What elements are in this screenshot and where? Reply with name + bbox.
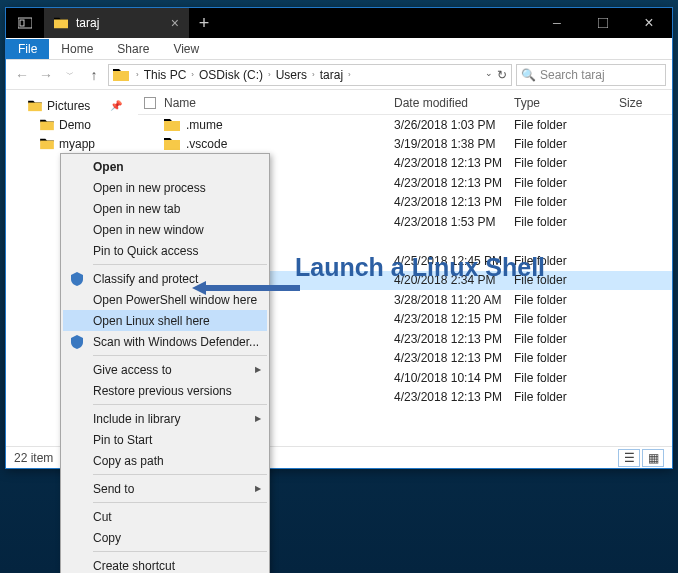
file-type: File folder [508, 290, 613, 310]
menu-item[interactable]: Open Linux shell here [63, 310, 267, 331]
ribbon-tab-view[interactable]: View [161, 39, 211, 59]
menu-item-label: Scan with Windows Defender... [93, 335, 259, 349]
nav-up-button[interactable]: ↑ [84, 67, 104, 83]
addr-dropdown-icon[interactable]: ⌄ [485, 68, 493, 82]
nav-back-button[interactable]: ← [12, 67, 32, 83]
menu-item[interactable]: Copy [63, 527, 267, 548]
col-date[interactable]: Date modified [388, 92, 508, 115]
menu-item-label: Cut [93, 510, 112, 524]
menu-item-label: Send to [93, 482, 134, 496]
context-menu: OpenOpen in new processOpen in new tabOp… [60, 153, 270, 573]
menu-item[interactable]: Give access to▶ [63, 359, 267, 380]
file-type: File folder [508, 115, 613, 135]
sidebar-item[interactable]: Pictures📌 [16, 96, 128, 115]
search-placeholder: Search taraj [540, 68, 605, 82]
menu-item[interactable]: Create shortcut [63, 555, 267, 573]
menu-item[interactable]: Pin to Quick access [63, 240, 267, 261]
menu-item-label: Classify and protect [93, 272, 198, 286]
file-date: 4/23/2018 12:15 PM [388, 310, 508, 330]
file-type: File folder [508, 134, 613, 154]
menu-item[interactable]: Cut [63, 506, 267, 527]
sidebar-item-label: Demo [59, 118, 91, 132]
maximize-button[interactable] [580, 8, 626, 38]
breadcrumb-seg[interactable]: OSDisk (C:) [197, 68, 265, 82]
menu-item[interactable]: Pin to Start [63, 429, 267, 450]
file-date: 4/23/2018 12:13 PM [388, 388, 508, 408]
file-date: 4/23/2018 12:13 PM [388, 173, 508, 193]
breadcrumb-seg[interactable]: taraj [318, 68, 345, 82]
menu-item[interactable]: Open in new window [63, 219, 267, 240]
menu-item[interactable]: Restore previous versions [63, 380, 267, 401]
file-type: File folder [508, 349, 613, 369]
view-details-button[interactable]: ☰ [618, 449, 640, 467]
file-type: File folder [508, 154, 613, 174]
chevron-right-icon[interactable]: › [345, 70, 354, 79]
file-date: 4/23/2018 12:13 PM [388, 193, 508, 213]
menu-item[interactable]: Copy as path [63, 450, 267, 471]
menu-separator [93, 264, 267, 265]
menu-separator [93, 474, 267, 475]
menu-item[interactable]: Open [63, 156, 267, 177]
sidebar-item[interactable]: myapp [16, 134, 128, 153]
col-name[interactable]: Name [158, 92, 388, 115]
folder-icon [113, 67, 129, 83]
select-all-checkbox[interactable] [144, 97, 156, 109]
file-row[interactable]: .mume3/26/2018 1:03 PMFile folder [138, 115, 672, 135]
file-type: File folder [508, 193, 613, 213]
nav-forward-button[interactable]: → [36, 67, 56, 83]
task-view-icon[interactable] [6, 8, 44, 38]
refresh-icon[interactable]: ↻ [497, 68, 507, 82]
menu-item[interactable]: Include in library▶ [63, 408, 267, 429]
sidebar-item-label: Pictures [47, 99, 90, 113]
search-box[interactable]: 🔍 Search taraj [516, 64, 666, 86]
folder-icon [54, 16, 68, 30]
menu-item-label: Copy as path [93, 454, 164, 468]
folder-icon [40, 138, 54, 150]
menu-item[interactable]: Open in new process [63, 177, 267, 198]
window-tab[interactable]: taraj × [44, 8, 189, 38]
file-date: 4/23/2018 12:13 PM [388, 349, 508, 369]
file-type: File folder [508, 173, 613, 193]
chevron-right-icon[interactable]: › [133, 70, 142, 79]
view-icons-button[interactable]: ▦ [642, 449, 664, 467]
status-item-count: 22 item [14, 451, 53, 465]
file-name: .mume [186, 118, 223, 132]
col-type[interactable]: Type [508, 92, 613, 115]
column-header-row[interactable]: Name Date modified Type Size [138, 92, 672, 115]
sidebar-item[interactable]: Demo [16, 115, 128, 134]
close-button[interactable]: × [626, 8, 672, 38]
menu-item-label: Restore previous versions [93, 384, 232, 398]
chevron-right-icon[interactable]: › [309, 70, 318, 79]
menu-item-label: Pin to Start [93, 433, 152, 447]
svg-rect-1 [20, 20, 24, 26]
file-type: File folder [508, 310, 613, 330]
menu-item-label: Open in new tab [93, 202, 180, 216]
ribbon-file-tab[interactable]: File [6, 39, 49, 59]
nav-recent-dropdown[interactable]: ﹀ [60, 69, 80, 80]
menu-item[interactable]: Scan with Windows Defender... [63, 331, 267, 352]
col-size[interactable]: Size [613, 92, 672, 115]
ribbon-tab-home[interactable]: Home [49, 39, 105, 59]
file-date: 3/19/2018 1:38 PM [388, 134, 508, 154]
chevron-right-icon: ▶ [255, 365, 261, 374]
menu-item[interactable]: Send to▶ [63, 478, 267, 499]
chevron-right-icon[interactable]: › [265, 70, 274, 79]
new-tab-button[interactable]: + [189, 13, 219, 34]
breadcrumb-seg[interactable]: Users [274, 68, 309, 82]
svg-rect-2 [598, 18, 608, 28]
file-date: 4/23/2018 1:53 PM [388, 212, 508, 232]
file-row[interactable]: .vscode3/19/2018 1:38 PMFile folder [138, 134, 672, 154]
ribbon-tab-share[interactable]: Share [105, 39, 161, 59]
tab-close-icon[interactable]: × [171, 15, 179, 31]
breadcrumb-seg[interactable]: This PC [142, 68, 189, 82]
menu-item-label: Include in library [93, 412, 180, 426]
minimize-button[interactable]: ─ [534, 8, 580, 38]
menu-item[interactable]: Open in new tab [63, 198, 267, 219]
address-bar[interactable]: › This PC › OSDisk (C:) › Users › taraj … [108, 64, 512, 86]
file-type [508, 232, 613, 252]
file-date: 4/23/2018 12:13 PM [388, 329, 508, 349]
chevron-right-icon[interactable]: › [188, 70, 197, 79]
file-type: File folder [508, 388, 613, 408]
folder-icon [164, 118, 180, 132]
file-date: 3/26/2018 1:03 PM [388, 115, 508, 135]
